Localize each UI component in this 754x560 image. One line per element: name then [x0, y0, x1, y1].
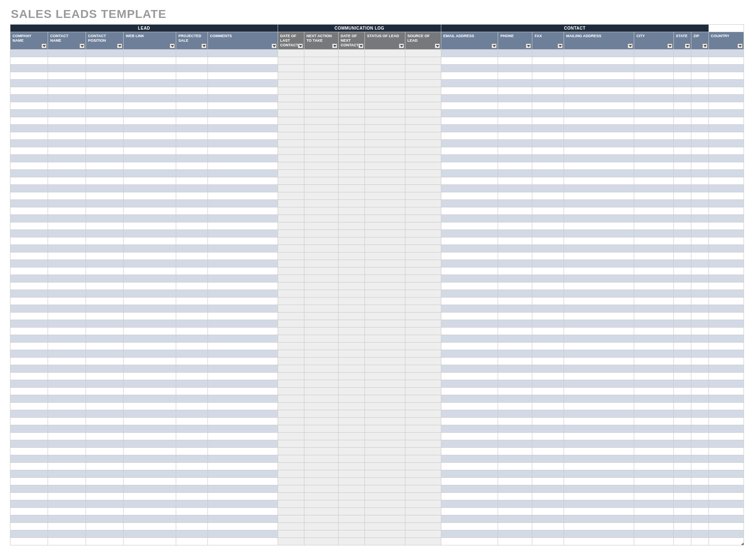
cell[interactable]	[634, 65, 674, 72]
cell[interactable]	[673, 493, 691, 500]
cell[interactable]	[278, 230, 304, 237]
cell[interactable]	[564, 395, 634, 403]
cell[interactable]	[498, 200, 532, 207]
cell[interactable]	[10, 117, 48, 125]
cell[interactable]	[673, 500, 691, 508]
cell[interactable]	[10, 132, 48, 140]
cell[interactable]	[708, 80, 744, 87]
cell[interactable]	[405, 313, 441, 320]
cell[interactable]	[86, 305, 123, 313]
cell[interactable]	[498, 110, 532, 117]
cell[interactable]	[176, 313, 208, 320]
cell[interactable]	[498, 320, 532, 328]
cell[interactable]	[634, 500, 674, 508]
table-row[interactable]	[10, 508, 744, 515]
cell[interactable]	[338, 140, 364, 147]
cell[interactable]	[10, 380, 48, 388]
cell[interactable]	[532, 478, 564, 485]
cell[interactable]	[691, 177, 708, 185]
cell[interactable]	[338, 57, 364, 65]
cell[interactable]	[691, 470, 708, 478]
table-row[interactable]	[10, 523, 744, 530]
cell[interactable]	[338, 87, 364, 95]
cell[interactable]	[176, 515, 208, 523]
cell[interactable]	[207, 530, 278, 538]
cell[interactable]	[278, 365, 304, 373]
cell[interactable]	[405, 500, 441, 508]
cell[interactable]	[48, 222, 86, 230]
cell[interactable]	[691, 222, 708, 230]
cell[interactable]	[124, 245, 176, 252]
cell[interactable]	[708, 222, 744, 230]
cell[interactable]	[441, 155, 498, 162]
cell[interactable]	[207, 95, 278, 102]
cell[interactable]	[48, 418, 86, 425]
cell[interactable]	[691, 57, 708, 65]
cell[interactable]	[498, 125, 532, 132]
cell[interactable]	[708, 245, 744, 252]
cell[interactable]	[564, 523, 634, 530]
cell[interactable]	[564, 313, 634, 320]
cell[interactable]	[708, 463, 744, 470]
cell[interactable]	[673, 260, 691, 267]
cell[interactable]	[278, 320, 304, 328]
cell[interactable]	[708, 448, 744, 455]
cell[interactable]	[278, 177, 304, 185]
cell[interactable]	[498, 335, 532, 343]
cell[interactable]	[708, 65, 744, 72]
cell[interactable]	[278, 418, 304, 425]
cell[interactable]	[207, 245, 278, 252]
cell[interactable]	[304, 448, 339, 455]
cell[interactable]	[86, 418, 123, 425]
cell[interactable]	[708, 425, 744, 433]
cell[interactable]	[532, 72, 564, 80]
cell[interactable]	[441, 455, 498, 463]
cell[interactable]	[564, 140, 634, 147]
cell[interactable]	[207, 155, 278, 162]
cell[interactable]	[708, 102, 744, 110]
cell[interactable]	[405, 162, 441, 170]
cell[interactable]	[673, 313, 691, 320]
cell[interactable]	[364, 538, 405, 545]
cell[interactable]	[364, 418, 405, 425]
cell[interactable]	[48, 192, 86, 200]
cell[interactable]	[634, 395, 674, 403]
cell[interactable]	[441, 185, 498, 192]
cell[interactable]	[278, 298, 304, 305]
cell[interactable]	[498, 298, 532, 305]
cell[interactable]	[304, 170, 339, 177]
cell[interactable]	[532, 200, 564, 207]
cell[interactable]	[124, 538, 176, 545]
cell[interactable]	[48, 440, 86, 448]
cell[interactable]	[708, 358, 744, 365]
cell[interactable]	[673, 283, 691, 290]
cell[interactable]	[278, 500, 304, 508]
cell[interactable]	[124, 290, 176, 298]
cell[interactable]	[304, 470, 339, 478]
cell[interactable]	[207, 478, 278, 485]
cell[interactable]	[207, 440, 278, 448]
cell[interactable]	[338, 65, 364, 72]
column-header[interactable]: COUNTRY	[708, 32, 744, 50]
cell[interactable]	[364, 80, 405, 87]
cell[interactable]	[405, 155, 441, 162]
cell[interactable]	[634, 305, 674, 313]
cell[interactable]	[673, 237, 691, 245]
cell[interactable]	[304, 147, 339, 155]
cell[interactable]	[10, 530, 48, 538]
cell[interactable]	[691, 132, 708, 140]
cell[interactable]	[364, 230, 405, 237]
cell[interactable]	[634, 140, 674, 147]
cell[interactable]	[564, 200, 634, 207]
cell[interactable]	[207, 500, 278, 508]
cell[interactable]	[564, 425, 634, 433]
cell[interactable]	[304, 200, 339, 207]
cell[interactable]	[48, 132, 86, 140]
cell[interactable]	[10, 267, 48, 275]
cell[interactable]	[441, 478, 498, 485]
cell[interactable]	[48, 320, 86, 328]
cell[interactable]	[691, 200, 708, 207]
cell[interactable]	[176, 200, 208, 207]
cell[interactable]	[48, 177, 86, 185]
cell[interactable]	[124, 463, 176, 470]
